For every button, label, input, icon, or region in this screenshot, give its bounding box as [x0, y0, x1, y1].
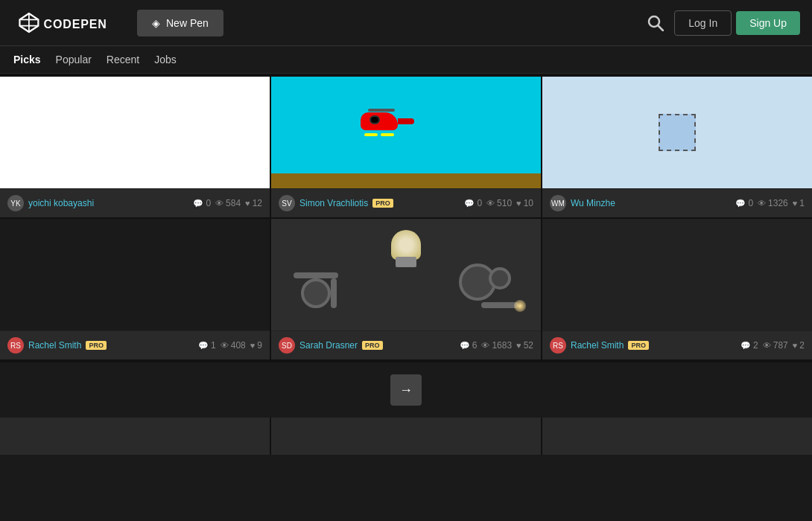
pens-grid: YK yoichi kobayashi 💬 0 👁 584 ♥ 12 [0, 74, 812, 362]
pen-card-5[interactable]: SD Sarah Drasner PRO 💬 6 👁 1683 ♥ 52 [271, 219, 541, 359]
comment-icon-4: 💬 [198, 341, 209, 351]
heli-rotor [368, 109, 395, 112]
stat-views-3: 👁 1326 [758, 198, 788, 208]
card-footer-4: RS Rachel Smith PRO 💬 1 👁 408 ♥ 9 [0, 330, 270, 359]
likes-count-4: 9 [257, 340, 262, 351]
nav-item-jobs[interactable]: Jobs [154, 54, 177, 65]
comment-count-2: 0 [477, 198, 482, 208]
bottom-card-3 [542, 418, 812, 455]
card-thumb-6 [542, 219, 812, 330]
search-button[interactable] [641, 9, 670, 37]
nav-item-picks[interactable]: Picks [13, 54, 41, 65]
pen-card-4[interactable]: RS Rachel Smith PRO 💬 1 👁 408 ♥ 9 [0, 219, 270, 359]
machine-bulb [391, 230, 421, 267]
pen-card-6[interactable]: RS Rachel Smith PRO 💬 2 👁 787 ♥ 2 [542, 219, 812, 359]
card-thumb-3 [542, 77, 812, 188]
stat-comments-1: 💬 0 [193, 198, 211, 208]
pro-badge-4: PRO [86, 341, 107, 350]
new-pen-icon: ◈ [152, 17, 160, 29]
heart-icon-2: ♥ [516, 199, 521, 208]
comment-count-5: 6 [472, 340, 478, 351]
bulb-glass [391, 230, 421, 260]
heart-icon-3: ♥ [793, 199, 798, 208]
new-pen-label: New Pen [166, 17, 209, 29]
heli-window [369, 115, 380, 124]
stat-views-6: 👁 787 [763, 340, 788, 351]
views-count-5: 1683 [492, 340, 512, 351]
pipe-horizontal-1 [294, 272, 338, 278]
nav-item-recent[interactable]: Recent [107, 54, 139, 65]
login-button[interactable]: Log In [674, 10, 732, 36]
pen-card-1[interactable]: YK yoichi kobayashi 💬 0 👁 584 ♥ 12 [0, 77, 270, 217]
likes-count-5: 52 [524, 340, 533, 351]
author-name-5[interactable]: Sarah Drasner [299, 340, 358, 351]
login-label: Log In [688, 17, 717, 29]
views-count-4: 408 [231, 340, 246, 351]
pipe-horizontal-2 [481, 302, 518, 308]
heart-icon-6: ♥ [793, 341, 798, 350]
card-thumb-4 [0, 219, 270, 330]
comment-icon-2: 💬 [464, 199, 475, 208]
author-name-3[interactable]: Wu Minzhe [571, 198, 615, 208]
stat-comments-2: 💬 0 [464, 198, 482, 208]
bottom-card-2 [271, 418, 541, 455]
comment-icon: 💬 [193, 199, 203, 208]
stat-views-4: 👁 408 [221, 340, 246, 351]
comment-icon-5: 💬 [460, 341, 470, 351]
eye-icon: 👁 [215, 199, 223, 208]
signup-button[interactable]: Sign Up [736, 11, 800, 35]
pro-badge-2: PRO [372, 199, 393, 208]
avatar-2: SV [279, 195, 295, 211]
comment-icon-3: 💬 [735, 199, 746, 208]
author-name-6[interactable]: Rachel Smith [571, 340, 624, 351]
light-glow [514, 300, 526, 312]
heli-tail [398, 118, 414, 124]
author-name-4[interactable]: Rachel Smith [28, 340, 81, 351]
comment-count-1: 0 [206, 198, 211, 208]
heart-icon: ♥ [245, 199, 250, 208]
next-page-button[interactable]: → [390, 374, 422, 406]
heli-skid-right [381, 133, 394, 136]
comment-count-3: 0 [748, 198, 753, 208]
avatar-3: WM [550, 195, 566, 211]
bottom-row [0, 418, 812, 455]
card-thumb-2 [271, 77, 541, 188]
stat-likes-5: ♥ 52 [516, 340, 533, 351]
search-icon [647, 15, 664, 31]
nav-item-popular[interactable]: Popular [56, 54, 92, 65]
helicopter [361, 112, 398, 130]
comment-icon-6: 💬 [740, 341, 751, 351]
eye-icon-6: 👁 [763, 341, 771, 350]
pen-card-3[interactable]: WM Wu Minzhe 💬 0 👁 1326 ♥ 1 [542, 77, 812, 217]
card-thumb-1 [0, 77, 270, 188]
thumb-dotted [542, 77, 812, 188]
card-footer-2: SV Simon Vrachliotis PRO 💬 0 👁 510 ♥ 10 [271, 188, 541, 217]
thumb-machine [271, 219, 541, 330]
stat-likes-3: ♥ 1 [793, 198, 805, 208]
eye-icon-4: 👁 [221, 341, 229, 350]
thumb-dark [0, 219, 270, 330]
gear-small [489, 267, 511, 290]
codepen-logo-svg: CODEPEN [12, 8, 116, 38]
card-footer-6: RS Rachel Smith PRO 💬 2 👁 787 ♥ 2 [542, 330, 812, 359]
heli-body [361, 112, 398, 130]
pro-badge-6: PRO [628, 341, 649, 350]
bottom-card-1 [0, 418, 270, 455]
avatar-6: RS [550, 337, 566, 354]
signup-label: Sign Up [749, 17, 787, 29]
eye-icon-3: 👁 [758, 199, 766, 208]
likes-count-2: 10 [524, 198, 533, 208]
new-pen-button[interactable]: ◈ New Pen [137, 10, 223, 36]
author-name-1[interactable]: yoichi kobayashi [28, 198, 94, 208]
eye-icon-2: 👁 [486, 199, 495, 208]
card-thumb-5 [271, 219, 541, 330]
author-name-2[interactable]: Simon Vrachliotis [299, 198, 368, 208]
heli-skid-left [364, 133, 378, 136]
stat-likes-1: ♥ 12 [245, 198, 262, 208]
dotted-square [659, 114, 696, 151]
avatar-4: RS [7, 337, 24, 354]
stat-comments-6: 💬 2 [740, 340, 758, 351]
card-footer-1: YK yoichi kobayashi 💬 0 👁 584 ♥ 12 [0, 188, 270, 217]
pen-card-2[interactable]: SV Simon Vrachliotis PRO 💬 0 👁 510 ♥ 10 [271, 77, 541, 217]
views-count-2: 510 [497, 198, 512, 208]
